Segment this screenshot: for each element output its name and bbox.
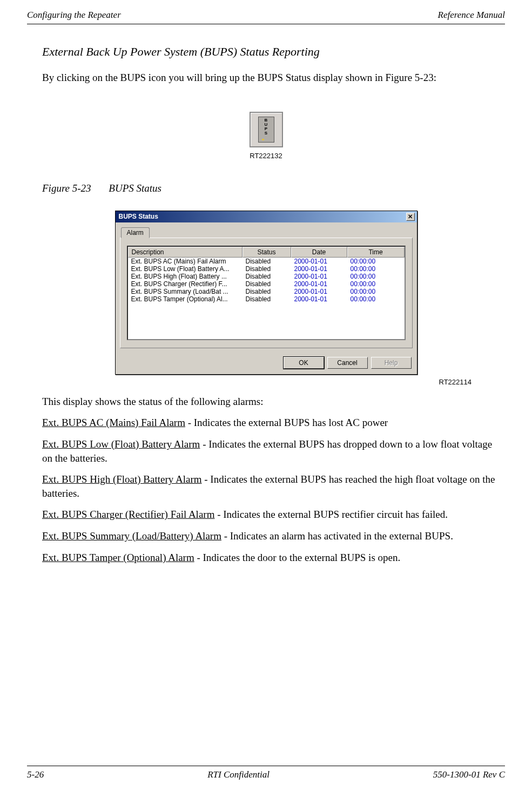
cell-status: Disabled [243,280,291,288]
section-heading: External Back Up Power System (BUPS) Sta… [42,45,505,59]
bups-icon-figure: B U P S RT222132 [27,112,505,160]
col-description[interactable]: Description [128,247,243,258]
cell-status: Disabled [243,288,291,295]
alarm-text: - Indicates an alarm has activated in th… [221,530,453,542]
alarm-name: Ext. BUPS Tamper (Optional) Alarm [42,552,194,563]
cell-date: 2000-01-01 [291,265,347,273]
dialog-title: BUPS Status [119,213,158,220]
intro-paragraph: By clicking on the BUPS icon you will br… [42,71,500,85]
tab-panel: Description Status Date Time Ext. BUPS A… [120,238,413,348]
bups-letter: S [265,131,267,136]
dialog-ref-number: RT222114 [60,378,472,386]
cell-description: Ext. BUPS Charger (Rectifier) F... [128,280,243,288]
cell-date: 2000-01-01 [291,280,347,288]
cell-date: 2000-01-01 [291,273,347,280]
alarm-text: - Indicates the external BUPS has lost A… [185,417,388,428]
cell-status: Disabled [243,295,291,303]
cell-time: 00:00:00 [347,288,405,295]
page-header: Configuring the Repeater Reference Manua… [27,10,505,24]
cell-status: Disabled [243,265,291,273]
cell-description: Ext. BUPS Low (Float) Battery A... [128,265,243,273]
figure-caption: Figure 5-23 BUPS Status [42,182,505,194]
page-footer: 5-26 RTI Confidential 550-1300-01 Rev C [27,766,505,780]
close-icon[interactable]: ✕ [406,213,415,221]
alarm-description: Ext. BUPS Low (Float) Battery Alarm - In… [42,437,500,465]
bups-status-dialog: BUPS Status ✕ Alarm Description Status D… [115,211,417,375]
figure-title: BUPS Status [109,182,161,194]
alarm-name: Ext. BUPS High (Float) Battery Alarm [42,474,202,485]
cell-date: 2000-01-01 [291,258,347,265]
bups-icon-graphic: B U P S [258,117,274,143]
alarm-name: Ext. BUPS AC (Mains) Fail Alarm [42,417,185,428]
cell-date: 2000-01-01 [291,288,347,295]
alarm-description: Ext. BUPS High (Float) Battery Alarm - I… [42,472,500,500]
cell-time: 00:00:00 [347,280,405,288]
cell-status: Disabled [243,273,291,280]
tab-strip: Alarm [116,222,417,238]
alarm-text: - Indicates the door to the external BUP… [194,552,401,563]
cell-time: 00:00:00 [347,295,405,303]
cell-description: Ext. BUPS Tamper (Optional) Al... [128,295,243,303]
cell-description: Ext. BUPS Summary (Load/Bat ... [128,288,243,295]
cell-time: 00:00:00 [347,258,405,265]
cancel-button[interactable]: Cancel [327,357,368,369]
alarm-description: Ext. BUPS Tamper (Optional) Alarm - Indi… [42,551,500,565]
col-status[interactable]: Status [243,247,291,258]
figure-number: Figure 5-23 [42,182,91,194]
alarms-intro: This display shows the status of the fol… [42,395,500,409]
cell-time: 00:00:00 [347,265,405,273]
table-row[interactable]: Ext. BUPS High (Float) Battery ...Disabl… [128,273,405,280]
dialog-titlebar[interactable]: BUPS Status ✕ [116,211,417,222]
tab-alarm[interactable]: Alarm [121,227,150,238]
alarm-name: Ext. BUPS Low (Float) Battery Alarm [42,438,200,450]
alarm-text: - Indicates the external BUPS rectifier … [214,509,448,520]
alarm-description: Ext. BUPS Summary (Load/Battery) Alarm -… [42,529,500,543]
ok-button[interactable]: OK [284,357,324,369]
table-row[interactable]: Ext. BUPS Low (Float) Battery A...Disabl… [128,265,405,273]
icon-ref-number: RT222132 [250,152,282,160]
alarm-listview[interactable]: Description Status Date Time Ext. BUPS A… [127,246,406,340]
cell-description: Ext. BUPS AC (Mains) Fail Alarm [128,258,243,265]
table-row[interactable]: Ext. BUPS Tamper (Optional) Al...Disable… [128,295,405,303]
table-row[interactable]: Ext. BUPS AC (Mains) Fail AlarmDisabled2… [128,258,405,265]
footer-center: RTI Confidential [207,769,270,780]
help-button[interactable]: Help [371,357,412,369]
footer-right: 550-1300-01 Rev C [433,769,505,780]
col-time[interactable]: Time [347,247,405,258]
listview-header: Description Status Date Time [128,247,405,258]
footer-page-num: 5-26 [27,769,44,780]
cell-date: 2000-01-01 [291,295,347,303]
table-row[interactable]: Ext. BUPS Charger (Rectifier) F...Disabl… [128,280,405,288]
bups-icon[interactable]: B U P S [250,112,283,147]
header-right: Reference Manual [438,10,505,21]
header-left: Configuring the Repeater [27,10,121,21]
cell-time: 00:00:00 [347,273,405,280]
cell-description: Ext. BUPS High (Float) Battery ... [128,273,243,280]
alarm-description: Ext. BUPS Charger (Rectifier) Fail Alarm… [42,508,500,522]
alarm-description: Ext. BUPS AC (Mains) Fail Alarm - Indica… [42,416,500,430]
dialog-button-row: OK Cancel Help [116,354,417,374]
table-row[interactable]: Ext. BUPS Summary (Load/Bat ...Disabled2… [128,288,405,295]
alarm-name: Ext. BUPS Charger (Rectifier) Fail Alarm [42,509,214,520]
cell-status: Disabled [243,258,291,265]
alarm-name: Ext. BUPS Summary (Load/Battery) Alarm [42,530,221,542]
col-date[interactable]: Date [291,247,347,258]
